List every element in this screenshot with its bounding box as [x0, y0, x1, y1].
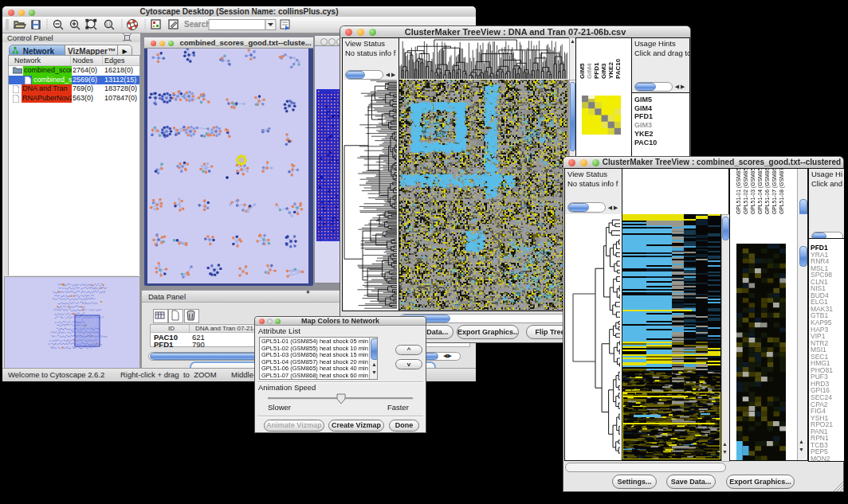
- svg-text:GPL51-08 (GSM872): GPL51-08 (GSM872): [779, 169, 785, 214]
- svg-text:GPL51-04 (GSM857): GPL51-04 (GSM857): [757, 169, 764, 214]
- svg-text:GIM4: GIM4: [586, 63, 593, 79]
- svg-text:GIM3: GIM3: [600, 63, 607, 79]
- svg-text:PAC10: PAC10: [614, 58, 622, 79]
- svg-text:PFD1: PFD1: [593, 62, 600, 79]
- svg-text:GPL51-03 (GSM856): GPL51-03 (GSM856): [750, 169, 756, 214]
- svg-text:GPL51-02 (GSM855): GPL51-02 (GSM855): [743, 169, 749, 214]
- svg-text:YKE2: YKE2: [607, 62, 614, 79]
- svg-text:1:1: 1:1: [106, 22, 112, 26]
- svg-text:GPL51-07 (GSM868): GPL51-07 (GSM868): [771, 169, 778, 214]
- svg-text:GPL51-06 (GSM865): GPL51-06 (GSM865): [764, 169, 771, 214]
- svg-text:GPL51-01 (GSM854): GPL51-01 (GSM854): [736, 169, 742, 214]
- svg-text:GIM5: GIM5: [579, 63, 586, 79]
